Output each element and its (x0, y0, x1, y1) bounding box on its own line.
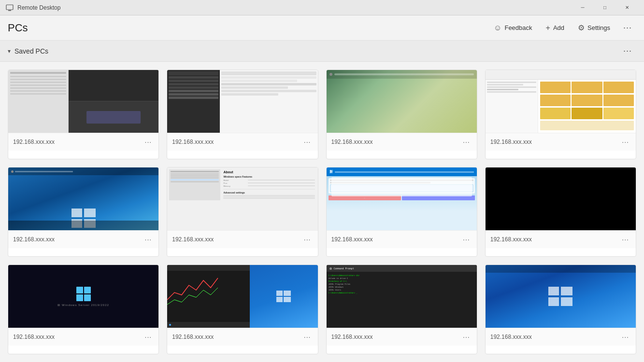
title-bar: Remote Desktop ─ □ ✕ (0, 0, 644, 15)
pc-name-12: 192.168.xxx.xxx (490, 334, 532, 340)
card-more-button-4[interactable]: ··· (620, 137, 631, 147)
svg-rect-1 (8, 10, 11, 11)
pc-card-5[interactable]: 192.168.xxx.xxx ··· (8, 167, 159, 257)
pc-thumbnail-10 (167, 265, 317, 328)
svg-marker-2 (72, 209, 82, 217)
pc-name-1: 192.168.xxx.xxx (13, 139, 55, 145)
pc-thumbnail-12 (486, 265, 636, 328)
add-icon: + (546, 24, 550, 32)
pc-card-6[interactable]: About Windows specs Features Model Proc … (167, 167, 318, 257)
pc-card-12[interactable]: 192.168.xxx.xxx ··· (485, 265, 636, 354)
svg-marker-5 (84, 219, 96, 228)
svg-marker-9 (284, 297, 291, 302)
feedback-button[interactable]: ☺ Feedback (489, 21, 537, 35)
pc-name-7: 192.168.xxx.xxx (331, 236, 373, 243)
pc-thumbnail-4 (486, 70, 636, 133)
pc-card-footer-5: 192.168.xxx.xxx ··· (8, 230, 158, 248)
svg-marker-7 (284, 291, 291, 296)
pc-card-footer-10: 192.168.xxx.xxx ··· (167, 328, 317, 346)
pc-thumbnail-8 (486, 167, 636, 230)
svg-marker-4 (72, 219, 82, 228)
pc-name-2: 192.168.xxx.xxx (172, 139, 214, 145)
pc-card-4[interactable]: 192.168.xxx.xxx ··· (485, 70, 636, 159)
pc-card-8[interactable]: 192.168.xxx.xxx ··· (485, 167, 636, 257)
svg-marker-8 (276, 297, 283, 302)
boot-text: ⊞ Windows Server 2019/2022 (57, 303, 109, 306)
card-more-button-7[interactable]: ··· (461, 235, 472, 244)
section-more-button[interactable]: ··· (619, 42, 636, 60)
pc-thumbnail-9: ⊞ Windows Server 2019/2022 (8, 265, 158, 328)
app-icon (6, 4, 14, 12)
pc-card-footer-1: 192.168.xxx.xxx ··· (8, 133, 158, 151)
section-title: Saved PCs (14, 47, 48, 55)
svg-marker-6 (276, 291, 283, 296)
pc-thumbnail-7: 新 ··· (327, 167, 477, 230)
pc-name-4: 192.168.xxx.xxx (490, 139, 532, 145)
pc-card-footer-11: 192.168.xxx.xxx ··· (327, 328, 477, 346)
card-more-button-8[interactable]: ··· (620, 235, 631, 244)
title-bar-left: Remote Desktop (6, 4, 60, 12)
section-header-left[interactable]: ▾ Saved PCs (8, 47, 48, 55)
card-more-button-10[interactable]: ··· (302, 332, 313, 342)
pc-name-6: 192.168.xxx.xxx (172, 236, 214, 243)
settings-icon: ⚙ (578, 23, 585, 32)
card-more-button-3[interactable]: ··· (461, 137, 472, 147)
pc-card-11[interactable]: Command Prompt C:\Users\Administrator> d… (326, 265, 477, 354)
pc-card-2[interactable]: 192.168.xxx.xxx ··· (167, 70, 318, 159)
card-more-button-6[interactable]: ··· (302, 235, 313, 244)
pc-grid: 192.168.xxx.xxx ··· (0, 62, 644, 362)
close-button[interactable]: ✕ (616, 0, 638, 15)
svg-marker-3 (84, 209, 96, 217)
pc-card-footer-8: 192.168.xxx.xxx ··· (486, 230, 636, 248)
app-title: Remote Desktop (17, 4, 60, 11)
pc-thumbnail-11: Command Prompt C:\Users\Administrator> d… (327, 265, 477, 328)
settings-label: Settings (587, 24, 610, 31)
pc-thumbnail-1 (8, 70, 158, 133)
pc-card-9[interactable]: ⊞ Windows Server 2019/2022 192.168.xxx.x… (8, 265, 159, 354)
top-bar-actions: ☺ Feedback + Add ⚙ Settings ··· (489, 19, 636, 37)
pc-thumbnail-5 (8, 167, 158, 230)
add-label: Add (553, 24, 564, 31)
pc-card-3[interactable]: 192.168.xxx.xxx ··· (326, 70, 477, 159)
card-more-button-1[interactable]: ··· (143, 137, 154, 147)
topbar-more-button[interactable]: ··· (619, 19, 636, 37)
svg-marker-11 (561, 287, 572, 295)
pc-name-5: 192.168.xxx.xxx (13, 236, 55, 243)
section-header: ▾ Saved PCs ··· (0, 41, 644, 62)
pc-card-footer-2: 192.168.xxx.xxx ··· (167, 133, 317, 151)
pc-thumbnail-3 (327, 70, 477, 133)
card-more-button-9[interactable]: ··· (143, 332, 154, 342)
pc-card-1[interactable]: 192.168.xxx.xxx ··· (8, 70, 159, 159)
pc-name-10: 192.168.xxx.xxx (172, 334, 214, 340)
minimize-button[interactable]: ─ (572, 0, 594, 15)
feedback-label: Feedback (504, 24, 532, 31)
card-more-button-2[interactable]: ··· (302, 137, 313, 147)
top-bar: PCs ☺ Feedback + Add ⚙ Settings ··· (0, 15, 644, 41)
svg-marker-10 (548, 287, 559, 295)
windows-logo-icon (76, 287, 91, 301)
page-title: PCs (8, 22, 28, 34)
pc-card-footer-9: 192.168.xxx.xxx ··· (8, 328, 158, 346)
svg-marker-13 (561, 297, 572, 306)
maximize-button[interactable]: □ (594, 0, 616, 15)
card-more-button-12[interactable]: ··· (620, 332, 631, 342)
pc-card-footer-4: 192.168.xxx.xxx ··· (486, 133, 636, 151)
pc-card-10[interactable]: 192.168.xxx.xxx ··· (167, 265, 318, 354)
window-controls: ─ □ ✕ (572, 0, 638, 15)
svg-marker-12 (548, 297, 559, 306)
card-more-button-11[interactable]: ··· (461, 332, 472, 342)
svg-rect-0 (6, 5, 13, 10)
pc-card-footer-3: 192.168.xxx.xxx ··· (327, 133, 477, 151)
settings-button[interactable]: ⚙ Settings (573, 20, 615, 35)
pc-name-8: 192.168.xxx.xxx (490, 236, 532, 243)
pc-name-3: 192.168.xxx.xxx (331, 139, 373, 145)
pc-name-9: 192.168.xxx.xxx (13, 334, 55, 340)
pc-name-11: 192.168.xxx.xxx (331, 334, 373, 340)
card-more-button-5[interactable]: ··· (143, 235, 154, 244)
pc-card-7[interactable]: 新 ··· 192.168.xxx.xxx ··· (326, 167, 477, 257)
pc-thumbnail-2 (167, 70, 317, 133)
section-collapse-icon: ▾ (8, 48, 11, 55)
pc-card-footer-6: 192.168.xxx.xxx ··· (167, 230, 317, 248)
add-button[interactable]: + Add (541, 21, 569, 35)
pc-card-footer-7: 192.168.xxx.xxx ··· (327, 230, 477, 248)
